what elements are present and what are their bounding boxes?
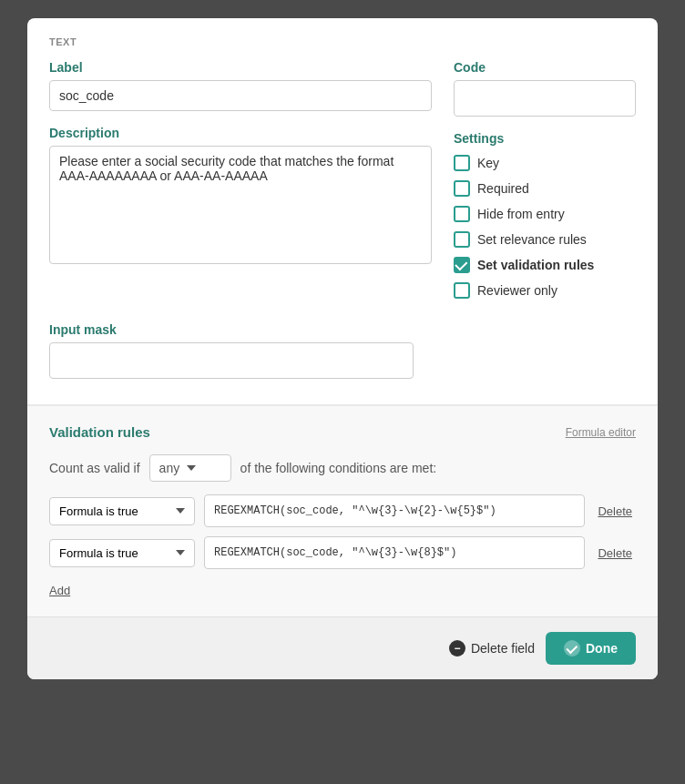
checkbox-relevance-label: Set relevance rules — [477, 232, 587, 247]
checkbox-reviewer-only[interactable]: Reviewer only — [454, 282, 636, 299]
checkbox-required[interactable]: Required — [454, 180, 636, 197]
condition-formula-input-2[interactable] — [204, 536, 585, 569]
validation-section: Validation rules Formula editor Count as… — [27, 406, 658, 616]
checkbox-hide-box[interactable] — [454, 206, 470, 222]
any-dropdown-arrow — [187, 465, 196, 471]
delete-condition-1[interactable]: Delete — [594, 504, 636, 518]
checkbox-validation-label: Set validation rules — [477, 258, 594, 272]
delete-condition-2[interactable]: Delete — [594, 546, 636, 560]
done-button[interactable]: Done — [546, 632, 636, 665]
count-valid-prefix: Count as valid if — [49, 461, 140, 475]
done-check-icon — [564, 640, 580, 657]
checkbox-relevance-box[interactable] — [454, 231, 470, 248]
condition-type-label-1: Formula is true — [59, 504, 138, 518]
description-input[interactable]: Please enter a social security code that… — [49, 146, 432, 264]
checkbox-hide-label: Hide from entry — [477, 207, 565, 221]
checkbox-required-label: Required — [477, 181, 529, 196]
validation-header: Validation rules Formula editor — [49, 424, 636, 440]
add-condition-link[interactable]: Add — [49, 584, 70, 597]
condition-row-1: Formula is true Delete — [49, 494, 636, 527]
input-mask-group: Input mask — [49, 322, 636, 379]
checkbox-key[interactable]: Key — [454, 155, 636, 171]
condition-row-2: Formula is true Delete — [49, 536, 636, 569]
code-group: Code — [454, 60, 636, 117]
description-field-label: Description — [49, 126, 432, 140]
condition-type-arrow-1 — [176, 508, 185, 514]
validation-title: Validation rules — [49, 424, 150, 440]
checkbox-key-box[interactable] — [454, 155, 470, 171]
any-dropdown[interactable]: any — [149, 454, 231, 482]
right-column: Code Settings Key Required — [454, 60, 636, 308]
label-field-label: Label — [49, 60, 432, 75]
checkbox-reviewer-box[interactable] — [454, 282, 470, 299]
checkbox-required-box[interactable] — [454, 180, 470, 197]
condition-type-select-2[interactable]: Formula is true — [49, 539, 195, 567]
checkbox-key-label: Key — [477, 156, 499, 170]
form-grid: Label Description Please enter a social … — [49, 60, 636, 308]
settings-label: Settings — [454, 131, 636, 146]
condition-formula-input-1[interactable] — [204, 494, 585, 527]
checkbox-set-relevance-rules[interactable]: Set relevance rules — [454, 231, 636, 248]
checkbox-hide-from-entry[interactable]: Hide from entry — [454, 206, 636, 222]
code-input[interactable] — [454, 80, 636, 117]
field-editor-modal: TEXT Label Description Please enter a so… — [27, 18, 658, 679]
condition-type-label-2: Formula is true — [59, 546, 138, 560]
input-mask-label: Input mask — [49, 322, 636, 337]
field-editor-top: TEXT Label Description Please enter a so… — [27, 18, 658, 406]
delete-field-icon: − — [449, 640, 465, 657]
checkbox-validation-box[interactable] — [454, 257, 470, 273]
code-field-label: Code — [454, 60, 636, 75]
settings-group: Settings Key Required Hide from entry — [454, 131, 636, 299]
field-type-label: TEXT — [49, 36, 636, 47]
label-input[interactable] — [49, 80, 432, 111]
done-label: Done — [586, 641, 618, 656]
description-group: Description Please enter a social securi… — [49, 126, 432, 268]
footer-bar: − Delete field Done — [27, 616, 658, 679]
input-mask-input[interactable] — [49, 342, 414, 379]
left-column: Label Description Please enter a social … — [49, 60, 432, 308]
condition-type-select-1[interactable]: Formula is true — [49, 497, 195, 525]
checkbox-set-validation-rules[interactable]: Set validation rules — [454, 257, 636, 273]
count-valid-suffix: of the following conditions are met: — [240, 461, 437, 475]
label-group: Label — [49, 60, 432, 111]
delete-field-label: Delete field — [471, 641, 535, 656]
count-valid-row: Count as valid if any of the following c… — [49, 454, 636, 482]
condition-type-arrow-2 — [176, 550, 185, 555]
delete-field-button[interactable]: − Delete field — [449, 640, 535, 657]
formula-editor-link[interactable]: Formula editor — [566, 426, 636, 439]
checkbox-reviewer-label: Reviewer only — [477, 283, 557, 298]
any-dropdown-value: any — [159, 461, 180, 475]
